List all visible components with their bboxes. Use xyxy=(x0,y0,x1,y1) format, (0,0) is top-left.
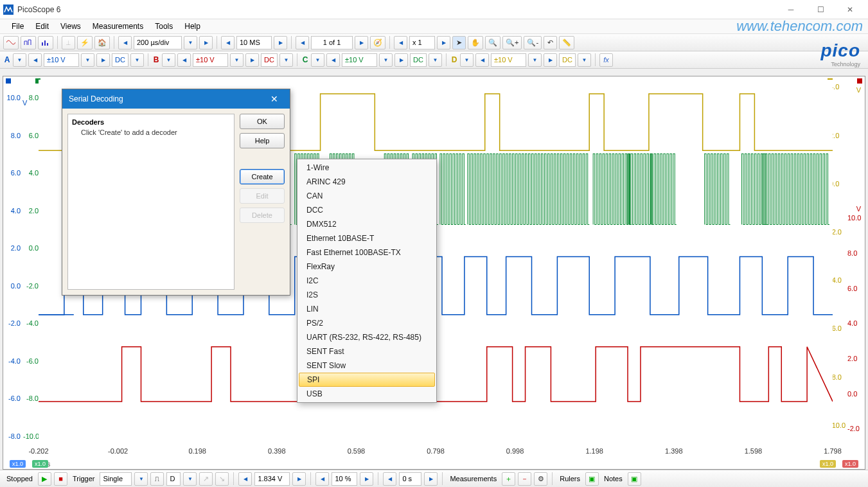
zoom-tag-red[interactable]: x1.0 xyxy=(842,460,858,468)
decoder-item-dmx512[interactable]: DMX512 xyxy=(297,217,436,231)
samples-next[interactable]: ▶ xyxy=(274,36,287,49)
maximize-button[interactable]: ☐ xyxy=(806,0,835,19)
timediv-next[interactable]: ▶ xyxy=(199,36,213,49)
ch-d-coupling-dd[interactable]: ▼ xyxy=(578,53,591,67)
ch-d-coupling[interactable]: DC xyxy=(559,53,576,67)
ch-c-range-dd[interactable]: ▼ xyxy=(379,53,393,67)
ruler-icon[interactable]: ⟂ xyxy=(62,36,75,49)
decoder-item-flexray[interactable]: FlexRay xyxy=(297,260,436,274)
persistence-mode-icon[interactable] xyxy=(21,36,36,49)
ch-b-range-dd[interactable]: ▼ xyxy=(230,53,244,67)
ch-b-range[interactable]: ±10 V xyxy=(193,53,228,67)
zoom-next[interactable]: ▶ xyxy=(437,36,450,49)
decoder-item-spi[interactable]: SPI xyxy=(299,373,435,387)
decoder-item-arinc-429[interactable]: ARINC 429 xyxy=(297,175,436,189)
level-prev[interactable]: ◀ xyxy=(238,472,252,486)
trigger-delay[interactable]: 0 s xyxy=(399,472,421,486)
hand-icon[interactable]: ✋ xyxy=(468,36,483,49)
delay-prev[interactable]: ◀ xyxy=(383,472,396,486)
ch-a-coupling[interactable]: DC xyxy=(112,53,128,67)
trigger-edge-icon[interactable]: ⎍ xyxy=(150,472,164,486)
ch-c-coupling-dd[interactable]: ▼ xyxy=(429,53,442,67)
ch-a-range-dd[interactable]: ▼ xyxy=(81,53,94,67)
ruler-tool-icon[interactable]: 📏 xyxy=(559,36,574,49)
menu-views[interactable]: Views xyxy=(55,20,86,33)
ch-d-range-dd[interactable]: ▼ xyxy=(528,53,542,67)
decoder-item-lin[interactable]: LIN xyxy=(297,302,436,316)
dialog-ok-button[interactable]: OK xyxy=(240,114,285,129)
channel-d-label[interactable]: D xyxy=(450,55,458,64)
decoder-item-usb[interactable]: USB xyxy=(297,387,436,401)
decoder-item-i2c[interactable]: I2C xyxy=(297,274,436,288)
ch-a-range-prev[interactable]: ◀ xyxy=(28,53,42,67)
zoom-box-icon[interactable]: 🔍 xyxy=(485,36,500,49)
pointer-icon[interactable]: ➤ xyxy=(452,36,466,49)
ch-d-range-next[interactable]: ▶ xyxy=(544,53,557,67)
trigger-chan-dd[interactable]: ▼ xyxy=(183,472,197,486)
trigger-falling-icon[interactable]: ↘ xyxy=(215,472,229,486)
decoder-item-can[interactable]: CAN xyxy=(297,189,436,203)
decoder-item-ethernet-10base-t[interactable]: Ethernet 10BASE-T xyxy=(297,231,436,245)
notes-button[interactable]: ▣ xyxy=(628,472,641,486)
ch-b-dropdown[interactable]: ▼ xyxy=(162,53,175,67)
decoder-item-fast-ethernet-100base-tx[interactable]: Fast Ethernet 100BASE-TX xyxy=(297,245,436,260)
timediv-field[interactable]: 200 µs/div xyxy=(134,36,182,49)
pretrig-next[interactable]: ▶ xyxy=(360,472,373,486)
ch-d-dropdown[interactable]: ▼ xyxy=(460,53,474,67)
ch-b-coupling-dd[interactable]: ▼ xyxy=(279,53,293,67)
zoom-tag-yellow[interactable]: x1.0 xyxy=(820,460,836,468)
menu-help[interactable]: Help xyxy=(179,20,206,33)
trigger-chan[interactable]: D xyxy=(166,472,181,486)
channel-b-label[interactable]: B xyxy=(152,55,160,64)
ch-b-range-next[interactable]: ▶ xyxy=(245,53,259,67)
decoder-item-ps-2[interactable]: PS/2 xyxy=(297,316,436,330)
delay-next[interactable]: ▶ xyxy=(424,472,438,486)
ch-c-range-next[interactable]: ▶ xyxy=(394,53,408,67)
ch-a-coupling-dd[interactable]: ▼ xyxy=(130,53,144,67)
ch-d-range[interactable]: ±10 V xyxy=(491,53,526,67)
trigger-mode[interactable]: Single xyxy=(100,472,132,486)
trigger-level[interactable]: 1.834 V xyxy=(254,472,290,486)
dialog-help-button[interactable]: Help xyxy=(240,133,285,148)
spectrum-mode-icon[interactable] xyxy=(38,36,53,49)
minimize-button[interactable]: ─ xyxy=(776,0,806,19)
dialog-titlebar[interactable]: Serial Decoding ✕ xyxy=(62,89,290,109)
dialog-close-button[interactable]: ✕ xyxy=(265,94,283,104)
page-first[interactable]: ◀ xyxy=(296,36,309,49)
ch-c-coupling[interactable]: DC xyxy=(410,53,427,67)
menu-tools[interactable]: Tools xyxy=(150,20,178,33)
ch-a-range-next[interactable]: ▶ xyxy=(96,53,110,67)
samples-field[interactable]: 10 MS xyxy=(236,36,272,49)
page-next[interactable]: ▶ xyxy=(355,36,368,49)
stop-button[interactable]: ■ xyxy=(54,472,67,486)
decoder-item-1-wire[interactable]: 1-Wire xyxy=(297,161,436,175)
menu-measurements[interactable]: Measurements xyxy=(87,20,148,33)
page-field[interactable]: 1 of 1 xyxy=(311,36,353,49)
timediv-prev[interactable]: ◀ xyxy=(118,36,132,49)
timediv-dropdown[interactable]: ▼ xyxy=(184,36,197,49)
scope-mode-icon[interactable] xyxy=(3,36,19,49)
run-button[interactable]: ▶ xyxy=(38,472,51,486)
zoom-tag-blue[interactable]: x1.0 xyxy=(10,460,26,468)
ch-c-dropdown[interactable]: ▼ xyxy=(311,53,324,67)
measurements-settings[interactable]: ⚙ xyxy=(534,472,547,486)
measurements-add[interactable]: ＋ xyxy=(502,472,515,486)
ch-d-range-prev[interactable]: ◀ xyxy=(475,53,489,67)
ch-a-range[interactable]: ±10 V xyxy=(44,53,79,67)
rulers-button[interactable]: ▣ xyxy=(585,472,599,486)
home-icon[interactable]: 🏠 xyxy=(94,36,110,49)
zoom-in-icon[interactable]: 🔍+ xyxy=(502,36,522,49)
decoder-item-sent-fast[interactable]: SENT Fast xyxy=(297,344,436,359)
compass-icon[interactable]: 🧭 xyxy=(370,36,385,49)
menu-edit[interactable]: Edit xyxy=(30,20,54,33)
decoder-item-uart-rs-232-rs-422-rs-485-[interactable]: UART (RS-232, RS-422, RS-485) xyxy=(297,330,436,344)
ch-c-range-prev[interactable]: ◀ xyxy=(326,53,340,67)
close-button[interactable]: ✕ xyxy=(835,0,865,19)
channel-c-label[interactable]: C xyxy=(301,55,309,64)
channel-a-label[interactable]: A xyxy=(3,55,11,64)
decoder-item-i2s[interactable]: I2S xyxy=(297,288,436,302)
trigger-rising-icon[interactable]: ↗ xyxy=(199,472,213,486)
ch-c-range[interactable]: ±10 V xyxy=(342,53,377,67)
samples-prev[interactable]: ◀ xyxy=(221,36,235,49)
ch-b-range-prev[interactable]: ◀ xyxy=(177,53,191,67)
